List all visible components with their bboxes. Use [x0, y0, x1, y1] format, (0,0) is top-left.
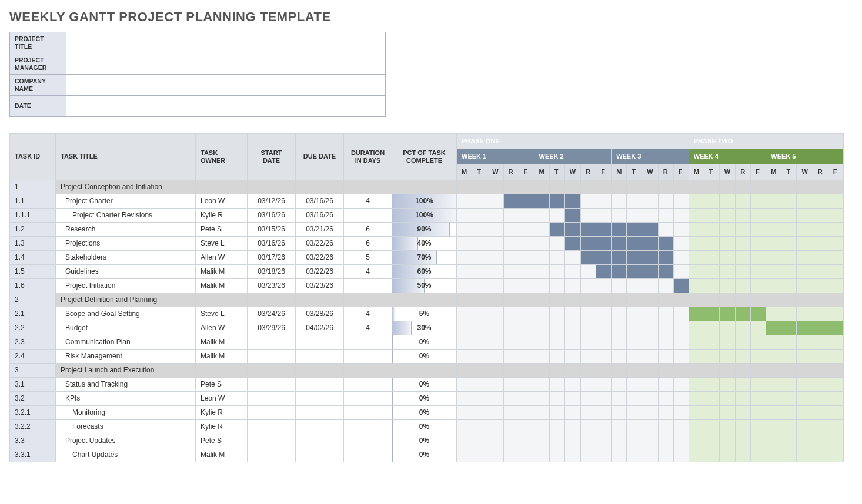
- cell-start[interactable]: 03/16/26: [248, 208, 296, 222]
- cell-pct[interactable]: 30%: [392, 321, 457, 335]
- cell-start[interactable]: [248, 349, 296, 363]
- cell-id[interactable]: 3.2.1: [10, 405, 56, 419]
- cell-dur[interactable]: 4: [344, 321, 392, 335]
- cell-title[interactable]: Project Charter: [56, 194, 196, 208]
- cell-dur[interactable]: 4: [344, 307, 392, 321]
- cell-id[interactable]: 3.1: [10, 377, 56, 391]
- cell-owner[interactable]: Kylie R: [196, 405, 248, 419]
- cell-dur[interactable]: 6: [344, 222, 392, 236]
- cell-owner[interactable]: Malik M: [196, 278, 248, 293]
- cell-start[interactable]: [248, 419, 296, 434]
- cell-id[interactable]: 1.4: [10, 250, 56, 264]
- cell-title[interactable]: Budget: [56, 321, 196, 335]
- cell-id[interactable]: 2.4: [10, 349, 56, 363]
- cell-title[interactable]: Chart Updates: [56, 448, 196, 462]
- cell-id[interactable]: 1.2: [10, 222, 56, 236]
- cell-title[interactable]: Project Initiation: [56, 278, 196, 293]
- cell-id[interactable]: 1.6: [10, 278, 56, 293]
- cell-dur[interactable]: 4: [344, 264, 392, 278]
- cell-id[interactable]: 1.5: [10, 264, 56, 278]
- cell-title[interactable]: Projections: [56, 236, 196, 250]
- cell-id[interactable]: 3.2: [10, 391, 56, 405]
- cell-due[interactable]: [296, 349, 344, 363]
- cell-due[interactable]: 03/22/26: [296, 236, 344, 250]
- cell-due[interactable]: 03/23/26: [296, 278, 344, 293]
- cell-start[interactable]: 03/12/26: [248, 194, 296, 208]
- cell-pct[interactable]: 100%: [392, 208, 457, 222]
- cell-start[interactable]: 03/15/26: [248, 222, 296, 236]
- cell-pct[interactable]: 0%: [392, 405, 457, 419]
- cell-title[interactable]: Communication Plan: [56, 335, 196, 349]
- cell-pct[interactable]: 70%: [392, 250, 457, 264]
- cell-dur[interactable]: [344, 335, 392, 349]
- cell-owner[interactable]: Malik M: [196, 335, 248, 349]
- cell-id[interactable]: 3.3: [10, 434, 56, 448]
- cell-due[interactable]: 03/21/26: [296, 222, 344, 236]
- cell-start[interactable]: [248, 448, 296, 462]
- cell-id[interactable]: 3.2.2: [10, 419, 56, 434]
- cell-start[interactable]: [248, 391, 296, 405]
- cell-pct[interactable]: 0%: [392, 434, 457, 448]
- cell-dur[interactable]: [344, 278, 392, 293]
- cell-title[interactable]: Scope and Goal Setting: [56, 307, 196, 321]
- cell-title[interactable]: Research: [56, 222, 196, 236]
- cell-id[interactable]: 2.1: [10, 307, 56, 321]
- cell-start[interactable]: [248, 405, 296, 419]
- cell-title[interactable]: Status and Tracking: [56, 377, 196, 391]
- cell-due[interactable]: [296, 419, 344, 434]
- cell-pct[interactable]: 0%: [392, 419, 457, 434]
- cell-owner[interactable]: Pete S: [196, 434, 248, 448]
- cell-pct[interactable]: 5%: [392, 307, 457, 321]
- cell-start[interactable]: 03/18/26: [248, 264, 296, 278]
- cell-title[interactable]: KPIs: [56, 391, 196, 405]
- cell-title[interactable]: Project Updates: [56, 434, 196, 448]
- cell-owner[interactable]: Pete S: [196, 222, 248, 236]
- cell-dur[interactable]: [344, 208, 392, 222]
- cell-pct[interactable]: 50%: [392, 278, 457, 293]
- cell-due[interactable]: 03/28/26: [296, 307, 344, 321]
- cell-start[interactable]: 03/17/26: [248, 250, 296, 264]
- cell-id[interactable]: 1.1.1: [10, 208, 56, 222]
- cell-dur[interactable]: [344, 405, 392, 419]
- cell-owner[interactable]: Allen W: [196, 250, 248, 264]
- cell-dur[interactable]: [344, 434, 392, 448]
- cell-dur[interactable]: [344, 391, 392, 405]
- cell-pct[interactable]: 0%: [392, 349, 457, 363]
- cell-owner[interactable]: Kylie R: [196, 208, 248, 222]
- cell-dur[interactable]: [344, 349, 392, 363]
- cell-due[interactable]: [296, 377, 344, 391]
- cell-start[interactable]: 03/23/26: [248, 278, 296, 293]
- cell-due[interactable]: 03/22/26: [296, 250, 344, 264]
- cell-dur[interactable]: 5: [344, 250, 392, 264]
- cell-pct[interactable]: 100%: [392, 194, 457, 208]
- cell-start[interactable]: 03/29/26: [248, 321, 296, 335]
- cell-owner[interactable]: Pete S: [196, 377, 248, 391]
- cell-owner[interactable]: Steve L: [196, 307, 248, 321]
- cell-start[interactable]: [248, 434, 296, 448]
- cell-pct[interactable]: 0%: [392, 377, 457, 391]
- cell-due[interactable]: [296, 335, 344, 349]
- cell-pct[interactable]: 0%: [392, 391, 457, 405]
- cell-owner[interactable]: Steve L: [196, 236, 248, 250]
- cell-owner[interactable]: Allen W: [196, 321, 248, 335]
- cell-owner[interactable]: Kylie R: [196, 419, 248, 434]
- cell-pct[interactable]: 60%: [392, 264, 457, 278]
- cell-id[interactable]: 2.2: [10, 321, 56, 335]
- cell-start[interactable]: [248, 377, 296, 391]
- meta-value-project-title[interactable]: [66, 32, 386, 53]
- cell-due[interactable]: 03/22/26: [296, 264, 344, 278]
- meta-value-date[interactable]: [66, 96, 386, 117]
- cell-dur[interactable]: 6: [344, 236, 392, 250]
- cell-title[interactable]: Guidelines: [56, 264, 196, 278]
- cell-pct[interactable]: 40%: [392, 236, 457, 250]
- cell-dur[interactable]: [344, 448, 392, 462]
- cell-pct[interactable]: 90%: [392, 222, 457, 236]
- cell-due[interactable]: [296, 405, 344, 419]
- cell-pct[interactable]: 0%: [392, 448, 457, 462]
- cell-owner[interactable]: Leon W: [196, 391, 248, 405]
- cell-owner[interactable]: Malik M: [196, 349, 248, 363]
- cell-title[interactable]: Forecasts: [56, 419, 196, 434]
- cell-owner[interactable]: Malik M: [196, 448, 248, 462]
- cell-due[interactable]: 03/16/26: [296, 194, 344, 208]
- cell-id[interactable]: 2.3: [10, 335, 56, 349]
